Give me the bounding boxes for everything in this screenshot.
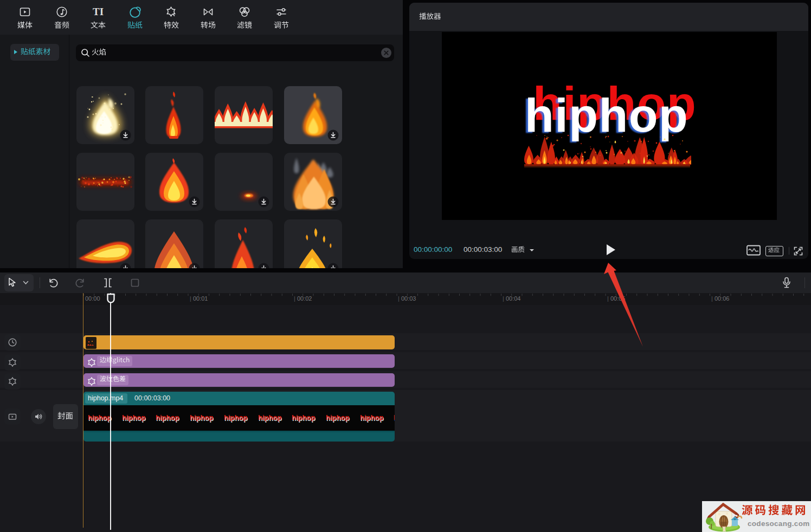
svg-text:TI: TI	[93, 6, 104, 17]
